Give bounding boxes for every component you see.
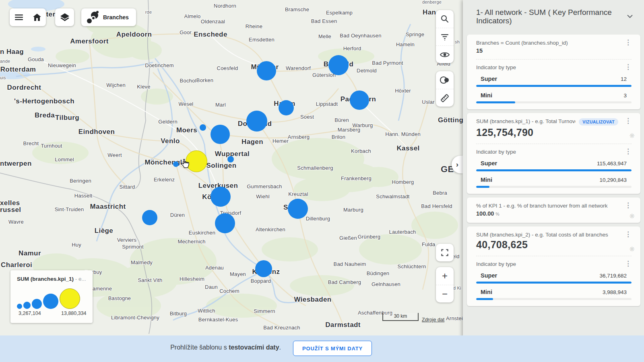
kpi-card: SUM (branches.kpi_1) - e.g. Total Turnov… [467, 113, 640, 194]
data-sources-link[interactable]: Zdroje dat [422, 317, 444, 323]
layers-button[interactable] [55, 8, 74, 26]
legend-min-value: 3,267,104 [19, 311, 41, 316]
hamburger-icon [15, 14, 23, 21]
legend-max-value: 13,880,334 [61, 311, 87, 316]
metric-section: SUM (branches.kpi_2) - e.g. Total costs … [476, 232, 632, 251]
progress-fill [476, 298, 493, 300]
settings-icon[interactable]: ❋ [630, 212, 635, 220]
branch-bubble[interactable] [200, 124, 206, 131]
progress-fill [476, 186, 489, 188]
branch-bubble[interactable] [142, 210, 157, 225]
fullscreen-button[interactable] [436, 244, 454, 261]
home-button[interactable] [28, 8, 46, 26]
kpi-cards-container: Branches = Count (branches.shop_id)⋮15In… [463, 35, 644, 362]
metric-label: SUM (branches.kpi_1) - e.g. Total Turnov… [476, 118, 576, 124]
breakdown-line: Mini10,290,843 [476, 177, 632, 186]
progress-track [476, 169, 632, 171]
branches-chip[interactable]: Branches [81, 8, 136, 26]
filter-icon [441, 33, 449, 41]
map-canvas[interactable]: AmersfoortApeldoornEnschedeRotterdamDord… [0, 0, 463, 362]
kpi-card: SUM (branches.kpi_2) - e.g. Total costs … [467, 226, 640, 306]
bubble-chart-icon [85, 11, 99, 24]
metric-label: SUM (branches.kpi_2) - e.g. Total costs … [476, 232, 608, 238]
banner-message: Prohlížíte šablonu s testovacími daty. [170, 344, 281, 351]
branch-bubble[interactable] [173, 161, 179, 167]
metric-value: 100.00% [476, 210, 632, 217]
search-icon [441, 15, 449, 23]
zoom-control-group: + − [436, 267, 454, 302]
branch-bubble[interactable] [279, 100, 294, 115]
breakdown-header: Indicator by type⋮ [476, 64, 632, 70]
branch-bubble[interactable] [227, 156, 234, 162]
progress-track [476, 298, 632, 300]
more-options-button[interactable]: ⋮ [625, 64, 632, 70]
breakdown-line: Super12 [476, 76, 632, 85]
breakdown-line: Mini3,988,943 [476, 289, 632, 298]
branch-bubble[interactable] [257, 61, 276, 80]
contrast-button[interactable] [436, 71, 454, 89]
more-options-button[interactable]: ⋮ [625, 149, 632, 154]
toolbar-group [10, 8, 46, 26]
breakdown-row: Super115,463,947 [476, 160, 632, 171]
branch-bubble[interactable] [211, 187, 231, 207]
branch-bubble[interactable] [211, 125, 230, 144]
section-divider [476, 59, 632, 60]
layers-toolbar [55, 8, 74, 26]
more-options-button[interactable]: ⋮ [625, 40, 632, 45]
use-my-data-button[interactable]: POUŽÍT S MÝMI DATY [293, 341, 372, 356]
more-options-button[interactable]: ⋮ [625, 232, 632, 237]
category-label: Super [481, 272, 497, 279]
metric-header: Branches = Count (branches.shop_id)⋮ [476, 40, 632, 46]
breakdown-row: Mini10,290,843 [476, 177, 632, 188]
zoom-in-button[interactable]: + [436, 267, 454, 285]
branch-bubble[interactable] [255, 260, 272, 277]
branch-bubble[interactable] [350, 90, 369, 110]
breakdown-label: Indicator by type [476, 261, 516, 267]
breakdown-label: Indicator by type [476, 149, 516, 155]
category-value: 115,463,947 [597, 160, 627, 167]
legend-bubble [43, 294, 58, 309]
sidebar-title: 1- All network - SUM ( Key Performance I… [476, 8, 615, 25]
menu-button[interactable] [10, 8, 28, 26]
category-value: 10,290,843 [599, 177, 627, 183]
ruler-icon [440, 94, 449, 103]
branch-bubble[interactable] [215, 213, 235, 233]
visibility-button[interactable] [436, 45, 454, 63]
progress-track [476, 85, 632, 87]
branch-bubble[interactable] [328, 55, 349, 75]
app-window: AmersfoortApeldoornEnschedeRotterdamDord… [0, 0, 644, 362]
zoom-out-button[interactable]: − [436, 285, 454, 302]
visualize-badge[interactable]: VIZUALIZOVAT [579, 118, 618, 125]
more-options-button[interactable]: ⋮ [625, 118, 632, 124]
filter-button[interactable] [436, 28, 454, 45]
more-options-button[interactable]: ⋮ [625, 261, 632, 267]
branch-bubble[interactable] [288, 199, 308, 219]
home-icon [33, 14, 41, 21]
branch-bubble[interactable] [246, 111, 267, 132]
section-divider [476, 144, 632, 144]
category-value: 3,988,943 [603, 289, 627, 295]
metric-section: SUM (branches.kpi_1) - e.g. Total Turnov… [476, 118, 632, 138]
progress-fill [476, 85, 632, 87]
settings-icon[interactable]: ❋ [630, 132, 635, 140]
breakdown-header: Indicator by type⋮ [476, 149, 632, 155]
category-value: 36,719,682 [599, 273, 627, 279]
scale-label: 30 km [394, 313, 407, 319]
measure-button[interactable] [436, 89, 454, 107]
settings-icon[interactable]: ❋ [630, 245, 635, 253]
search-button[interactable] [436, 10, 454, 28]
breakdown-section: Indicator by type⋮Super36,719,682Mini3,9… [476, 261, 632, 300]
metric-header: SUM (branches.kpi_1) - e.g. Total Turnov… [476, 118, 632, 125]
legend-bubble [60, 288, 80, 309]
collapse-section-button[interactable] [625, 13, 634, 20]
template-banner: Prohlížíte šablonu s testovacími daty. P… [0, 335, 644, 362]
progress-track [476, 186, 632, 188]
breakdown-section: Indicator by type⋮Super12Mini3 [476, 64, 632, 103]
more-options-button[interactable]: ⋮ [625, 203, 632, 208]
branches-chip-label: Branches [103, 14, 129, 21]
breakdown-row: Mini3 [476, 92, 632, 103]
breakdown-row: Super36,719,682 [476, 272, 632, 284]
metric-header: SUM (branches.kpi_2) - e.g. Total costs … [476, 232, 632, 238]
breakdown-line: Super115,463,947 [476, 160, 632, 169]
breakdown-section: Indicator by type⋮Super115,463,947Mini10… [476, 149, 632, 188]
